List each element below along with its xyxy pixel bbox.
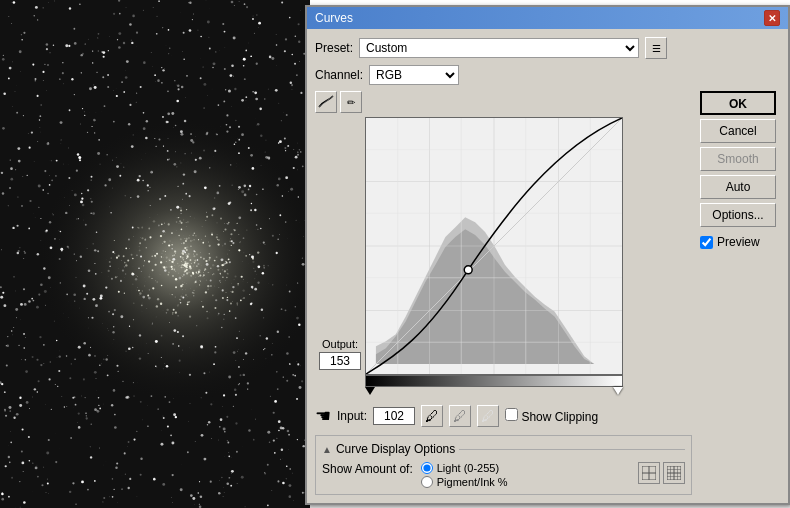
show-amount-label: Show Amount of:: [322, 462, 413, 476]
amount-radio-group: Light (0-255) Pigment/Ink %: [421, 462, 508, 488]
right-buttons-panel: OK Cancel Smooth Auto Options... Preview: [700, 91, 780, 249]
preview-checkbox[interactable]: [700, 236, 713, 249]
light-radio[interactable]: [421, 462, 433, 474]
light-option-text: Light (0-255): [437, 462, 499, 474]
show-clipping-label: Show Clipping: [505, 408, 598, 424]
pigment-option-text: Pigment/Ink %: [437, 476, 508, 488]
preview-label: Preview: [717, 235, 760, 249]
channel-dropdown[interactable]: RGB Red Green Blue: [369, 65, 459, 85]
section-divider: [459, 449, 685, 450]
curve-display-section: ▲ Curve Display Options Show Amount of: …: [315, 435, 692, 495]
graph-wrapper: Output: 153: [315, 117, 692, 397]
channel-row: Channel: RGB Red Green Blue: [315, 65, 780, 85]
curve-display-toggle[interactable]: ▲: [322, 444, 332, 455]
input-gradient-bar: [365, 375, 623, 387]
dialog-title: Curves: [315, 11, 353, 25]
black-eyedropper-button[interactable]: 🖊: [421, 405, 443, 427]
input-value[interactable]: 102: [373, 407, 415, 425]
white-point-handle[interactable]: [613, 387, 623, 395]
close-button[interactable]: ✕: [764, 10, 780, 26]
pigment-option-label[interactable]: Pigment/Ink %: [421, 476, 508, 488]
star-canvas: [0, 0, 310, 508]
channel-label: Channel:: [315, 68, 363, 82]
curves-dialog: Curves ✕ Preset: Custom ☰ Channel: RGB R…: [305, 5, 790, 505]
simple-grid-button[interactable]: [638, 462, 660, 484]
curve-display-title: Curve Display Options: [336, 442, 455, 456]
preset-dropdown[interactable]: Custom: [359, 38, 639, 58]
show-clipping-checkbox[interactable]: [505, 408, 518, 421]
black-point-handle[interactable]: [365, 387, 375, 395]
preset-label: Preset:: [315, 41, 353, 55]
cancel-button[interactable]: Cancel: [700, 119, 776, 143]
title-bar: Curves ✕: [307, 7, 788, 29]
gray-eyedropper-button[interactable]: 🖊: [449, 405, 471, 427]
tool-row: ✏: [315, 91, 692, 113]
gradient-slider[interactable]: [365, 387, 623, 397]
detailed-grid-button[interactable]: [663, 462, 685, 484]
curve-control-point[interactable]: [464, 266, 472, 274]
show-clipping-text: Show Clipping: [521, 410, 598, 424]
input-label: Input:: [337, 409, 367, 423]
pigment-radio[interactable]: [421, 476, 433, 488]
curve-display-header: ▲ Curve Display Options: [322, 442, 685, 456]
grid-icons: [638, 462, 685, 484]
main-area: ✏ Output: 153: [315, 91, 780, 495]
svg-line-0: [319, 96, 333, 107]
preset-row: Preset: Custom ☰: [315, 37, 780, 59]
ok-button[interactable]: OK: [700, 91, 776, 115]
dialog-content: Preset: Custom ☰ Channel: RGB Red Green …: [307, 29, 788, 503]
preview-row: Preview: [700, 235, 780, 249]
preset-menu-button[interactable]: ☰: [645, 37, 667, 59]
curves-tool-button[interactable]: [315, 91, 337, 113]
background-image: [0, 0, 310, 508]
light-option-label[interactable]: Light (0-255): [421, 462, 508, 474]
auto-button[interactable]: Auto: [700, 175, 776, 199]
eyedropper-row: ☚ Input: 102 🖊 🖊 🖊 Show Clipping: [315, 405, 692, 427]
curves-graph[interactable]: [365, 117, 623, 375]
hand-tool-button[interactable]: ☚: [315, 405, 331, 427]
show-amount-section: Show Amount of: Light (0-255) Pigment/In…: [322, 462, 685, 488]
output-label: Output:: [322, 338, 358, 350]
output-value[interactable]: 153: [319, 352, 361, 370]
left-panel: ✏ Output: 153: [315, 91, 692, 495]
options-button[interactable]: Options...: [700, 203, 776, 227]
pencil-tool-button[interactable]: ✏: [340, 91, 362, 113]
smooth-button[interactable]: Smooth: [700, 147, 776, 171]
white-eyedropper-button[interactable]: 🖊: [477, 405, 499, 427]
